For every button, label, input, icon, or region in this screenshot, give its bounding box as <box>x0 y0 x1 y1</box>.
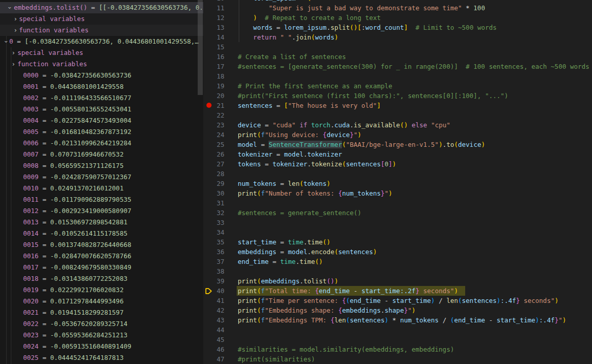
code-line-text[interactable]: print(f"Number of tokens: {num_tokens}") <box>238 188 392 198</box>
chevron-right-icon[interactable]: › <box>11 47 16 59</box>
line-number[interactable]: 15 <box>203 42 224 52</box>
line-number[interactable]: 33 <box>203 218 224 227</box>
chevron-right-icon[interactable]: › <box>13 25 18 36</box>
chevron-right-icon[interactable]: › <box>11 59 16 70</box>
code-line-text[interactable]: "Super is just a bad way to demonstrate … <box>238 3 485 13</box>
variable-row[interactable]: ›embeddings.tolist() = [[-0.038427356630… <box>0 2 203 13</box>
line-number[interactable]: 29 <box>203 179 224 188</box>
variable-row[interactable]: 0020 = 0.01712978444993496 <box>0 296 203 307</box>
line-number[interactable]: 31 <box>203 198 224 208</box>
line-number[interactable]: 12 <box>203 13 224 23</box>
variable-row[interactable]: 0022 = -0.05367620289325714 <box>0 318 203 330</box>
code-line-text[interactable]: print(f"Time per sentence: {(end_time - … <box>238 296 559 305</box>
code-line-text[interactable]: #sentences = [generate_sentence(300) for… <box>238 62 589 71</box>
variable-row[interactable]: 0004 = -0.022758474573493004 <box>0 115 203 126</box>
line-number[interactable]: 19 <box>203 81 224 91</box>
variable-row[interactable]: 0012 = -0.002923419000580907 <box>0 205 203 217</box>
variable-row[interactable]: 0018 = -0.03143860772252083 <box>0 273 203 284</box>
variable-row[interactable]: 0015 = 0.0013740828726440668 <box>0 239 203 251</box>
line-number[interactable]: 32 <box>203 208 224 218</box>
variable-row[interactable]: 0023 = -0.05595366284251213 <box>0 330 203 341</box>
variable-row[interactable]: 0006 = -0.021310996264219284 <box>0 138 203 149</box>
line-number[interactable]: 45 <box>203 335 224 344</box>
line-number[interactable]: 44 <box>203 325 224 335</box>
variable-row[interactable]: 0010 = 0.02491370216012001 <box>0 183 203 194</box>
variable-row[interactable]: 0013 = 0.015306972898542881 <box>0 217 203 228</box>
line-number[interactable]: 41 <box>203 296 224 305</box>
variable-row[interactable]: 0019 = 0.02229921706020832 <box>0 284 203 296</box>
code-line-text[interactable]: tokenizer = model.tokenizer <box>238 149 342 159</box>
variable-row[interactable]: 0000 = -0.038427356630563736 <box>0 70 203 81</box>
code-line-text[interactable]: sentences = ["The house is very old"] <box>238 101 380 110</box>
line-number[interactable]: 16 <box>203 52 224 62</box>
variable-row[interactable]: 0001 = 0.04436801001429558 <box>0 81 203 92</box>
variable-row[interactable]: 0024 = -0.005913516040891409 <box>0 341 203 352</box>
variable-row[interactable]: 0017 = -0.008249679580330849 <box>0 262 203 273</box>
variable-row[interactable]: 0005 = -0.016810482367873192 <box>0 126 203 138</box>
line-number[interactable]: 36 <box>203 247 224 257</box>
line-number[interactable]: 13 <box>203 23 224 32</box>
line-number[interactable]: 46 <box>203 344 224 354</box>
line-number[interactable]: 25 <box>203 140 224 149</box>
code-line-text[interactable]: model = SentenceTransformer("BAAI/bge-la… <box>238 140 485 149</box>
line-number[interactable]: 18 <box>203 71 224 81</box>
code-line-text[interactable]: #print("First sentence (first 100 chars)… <box>238 91 508 101</box>
code-line-text[interactable]: print(f"Embeddings shape: {embeddings.sh… <box>238 305 415 315</box>
code-line-text[interactable]: #sentences = generate_sentence() <box>238 208 361 218</box>
line-number[interactable]: 14 <box>203 32 224 42</box>
chevron-right-icon[interactable]: › <box>13 13 18 25</box>
code-line-text[interactable]: embeddings = model.encode(sentences) <box>238 247 377 257</box>
variable-row[interactable]: 0009 = -0.024287590757012367 <box>0 171 203 183</box>
line-number[interactable]: 35 <box>203 237 224 247</box>
line-number[interactable]: 20 <box>203 91 224 101</box>
variable-row[interactable]: 0025 = 0.04445241764187813 <box>0 352 203 363</box>
line-number[interactable]: 39 <box>203 276 224 286</box>
code-line-text[interactable]: print(f"Embeddings TPM: {len(sentences) … <box>238 315 566 325</box>
line-number[interactable]: 42 <box>203 305 224 315</box>
code-line-text[interactable]: device = "cuda" if torch.cuda.is_availab… <box>238 120 450 130</box>
code-line-text[interactable]: # Create a list of sentences <box>238 52 346 62</box>
line-number[interactable]: 21 <box>203 101 224 110</box>
code-line-text[interactable]: ) # Repeat to create a long text <box>238 13 380 23</box>
line-number[interactable]: 23 <box>203 120 224 130</box>
code-line-text[interactable]: tokens = tokenizer.tokenize(sentences[0]… <box>238 159 396 169</box>
line-number[interactable]: 34 <box>203 227 224 237</box>
code-line-text[interactable]: #print(similarities) <box>238 354 315 364</box>
code-line-text[interactable]: start_time = time.time() <box>238 237 331 247</box>
variable-row[interactable]: ›function variables <box>0 59 203 70</box>
variable-row[interactable]: 0002 = -0.011196433566510677 <box>0 92 203 104</box>
code-line-text[interactable]: print(embeddings.tolist()) <box>238 276 338 286</box>
line-number[interactable]: 38 <box>203 266 224 276</box>
line-number[interactable]: 30 <box>203 188 224 198</box>
variable-row[interactable]: 0007 = 0.07073169946670532 <box>0 149 203 160</box>
variable-row[interactable]: ›special variables <box>0 13 203 25</box>
line-number[interactable]: 17 <box>203 62 224 71</box>
variables-scrollbar-thumb[interactable] <box>198 0 203 95</box>
variable-row[interactable]: 0021 = 0.01941518299281597 <box>0 307 203 318</box>
code-line-text[interactable]: end_time = time.time() <box>238 257 323 266</box>
variable-row[interactable]: 0011 = -0.011790962889790535 <box>0 194 203 205</box>
line-number[interactable]: 22 <box>203 110 224 120</box>
code-line-text[interactable]: print(f"Using device: {device}") <box>238 130 361 140</box>
line-number[interactable]: 26 <box>203 149 224 159</box>
line-number[interactable]: 47 <box>203 354 224 364</box>
variable-row[interactable]: 0008 = 0.05659521371126175 <box>0 160 203 171</box>
code-line-text[interactable]: return " ".join(words) <box>238 32 338 42</box>
code-line-text[interactable]: num_tokens = len(tokens) <box>238 179 331 188</box>
code-line-text[interactable]: #similarities = model.similarity(embeddi… <box>238 344 454 354</box>
variable-row[interactable]: ›function variables <box>0 25 203 36</box>
variable-row[interactable]: ›0 = [-0.038427356630563736, 0.044368010… <box>0 36 203 47</box>
line-number[interactable]: 27 <box>203 159 224 169</box>
line-number[interactable]: 37 <box>203 257 224 266</box>
line-number[interactable]: 28 <box>203 169 224 179</box>
variable-row[interactable]: 0014 = -0.01052614115178585 <box>0 228 203 239</box>
code-line-text[interactable]: print(f"Total time: {end_time - start_ti… <box>238 286 465 296</box>
line-number[interactable]: 40 <box>203 286 224 296</box>
code-line-text[interactable]: words = lorem_ipsum.split()[:word_count]… <box>238 23 496 32</box>
variable-row[interactable]: 0003 = -0.005580136552453041 <box>0 104 203 115</box>
line-number[interactable]: 11 <box>203 3 224 13</box>
line-number[interactable]: 24 <box>203 130 224 140</box>
variable-row[interactable]: ›special variables <box>0 47 203 59</box>
variable-row[interactable]: 0016 = -0.028470076620578766 <box>0 251 203 262</box>
line-number[interactable]: 43 <box>203 315 224 325</box>
